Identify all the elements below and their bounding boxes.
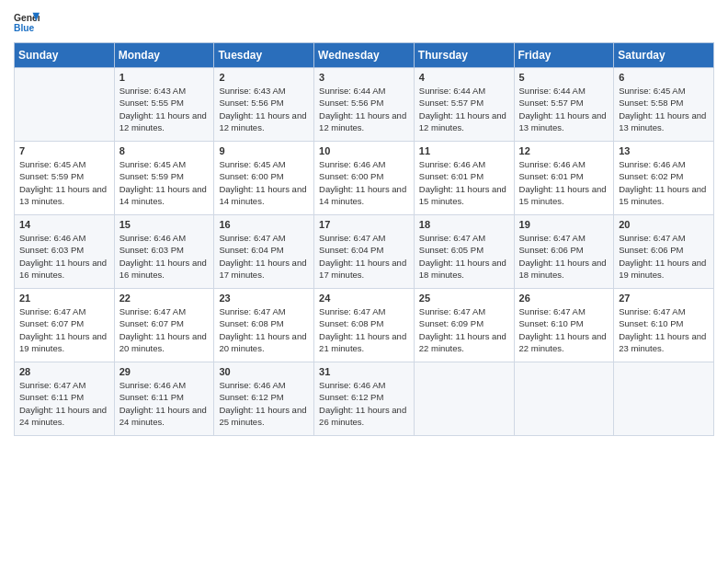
calendar-cell: 29Sunrise: 6:46 AM Sunset: 6:11 PM Dayli… [114,362,214,436]
calendar-cell: 14Sunrise: 6:46 AM Sunset: 6:03 PM Dayli… [15,215,115,289]
day-number: 12 [519,145,609,156]
day-info: Sunrise: 6:44 AM Sunset: 5:57 PM Dayligh… [519,85,609,133]
calendar-cell: 22Sunrise: 6:47 AM Sunset: 6:07 PM Dayli… [114,289,214,362]
calendar-cell: 13Sunrise: 6:46 AM Sunset: 6:02 PM Dayli… [614,142,714,215]
day-info: Sunrise: 6:43 AM Sunset: 5:55 PM Dayligh… [119,85,210,133]
day-header-thursday: Thursday [414,43,514,68]
calendar-cell: 4Sunrise: 6:44 AM Sunset: 5:57 PM Daylig… [414,68,514,142]
calendar-cell: 31Sunrise: 6:46 AM Sunset: 6:12 PM Dayli… [314,362,415,436]
calendar-cell [414,362,514,436]
day-number: 16 [219,219,309,230]
calendar-cell: 27Sunrise: 6:47 AM Sunset: 6:10 PM Dayli… [614,289,714,362]
calendar-cell [614,362,714,436]
day-number: 27 [619,293,709,304]
calendar-cell: 6Sunrise: 6:45 AM Sunset: 5:58 PM Daylig… [614,68,714,142]
day-number: 3 [319,72,409,83]
calendar-body: 1Sunrise: 6:43 AM Sunset: 5:55 PM Daylig… [15,68,714,436]
day-header-saturday: Saturday [614,43,714,68]
logo-icon: General Blue [14,9,40,35]
day-number: 10 [319,145,409,156]
day-number: 14 [19,219,109,230]
day-info: Sunrise: 6:47 AM Sunset: 6:07 PM Dayligh… [119,305,210,354]
calendar-week-row: 28Sunrise: 6:47 AM Sunset: 6:11 PM Dayli… [15,362,714,436]
day-number: 2 [219,72,309,83]
page-header: General Blue [14,9,714,35]
day-info: Sunrise: 6:47 AM Sunset: 6:10 PM Dayligh… [619,305,709,354]
calendar-cell: 26Sunrise: 6:47 AM Sunset: 6:10 PM Dayli… [514,289,614,362]
svg-text:Blue: Blue [14,23,35,33]
day-number: 20 [619,219,709,230]
day-number: 29 [119,366,210,377]
day-info: Sunrise: 6:47 AM Sunset: 6:08 PM Dayligh… [219,305,309,354]
calendar-cell: 7Sunrise: 6:45 AM Sunset: 5:59 PM Daylig… [15,142,115,215]
calendar-cell: 19Sunrise: 6:47 AM Sunset: 6:06 PM Dayli… [514,215,614,289]
day-header-tuesday: Tuesday [214,43,314,68]
day-number: 5 [519,72,609,83]
day-info: Sunrise: 6:47 AM Sunset: 6:04 PM Dayligh… [319,232,409,281]
calendar-cell: 24Sunrise: 6:47 AM Sunset: 6:08 PM Dayli… [314,289,415,362]
day-info: Sunrise: 6:47 AM Sunset: 6:08 PM Dayligh… [319,305,409,354]
day-number: 6 [619,72,709,83]
day-info: Sunrise: 6:47 AM Sunset: 6:04 PM Dayligh… [219,232,309,281]
day-header-friday: Friday [514,43,614,68]
day-header-monday: Monday [114,43,214,68]
day-number: 24 [319,293,409,304]
day-number: 21 [19,293,109,304]
day-info: Sunrise: 6:47 AM Sunset: 6:06 PM Dayligh… [519,232,609,281]
calendar-cell: 17Sunrise: 6:47 AM Sunset: 6:04 PM Dayli… [314,215,415,289]
calendar-cell: 15Sunrise: 6:46 AM Sunset: 6:03 PM Dayli… [114,215,214,289]
day-number: 23 [219,293,309,304]
day-number: 30 [219,366,309,377]
day-number: 18 [419,219,509,230]
day-number: 1 [119,72,210,83]
day-number: 11 [419,145,509,156]
calendar-cell: 23Sunrise: 6:47 AM Sunset: 6:08 PM Dayli… [214,289,314,362]
day-header-wednesday: Wednesday [314,43,415,68]
calendar-cell: 16Sunrise: 6:47 AM Sunset: 6:04 PM Dayli… [214,215,314,289]
day-number: 25 [419,293,509,304]
day-number: 26 [519,293,609,304]
calendar-cell: 28Sunrise: 6:47 AM Sunset: 6:11 PM Dayli… [15,362,115,436]
day-header-sunday: Sunday [15,43,115,68]
day-number: 22 [119,293,210,304]
day-info: Sunrise: 6:46 AM Sunset: 6:02 PM Dayligh… [619,158,709,207]
day-info: Sunrise: 6:45 AM Sunset: 6:00 PM Dayligh… [219,158,309,207]
day-info: Sunrise: 6:46 AM Sunset: 6:11 PM Dayligh… [119,379,210,428]
day-info: Sunrise: 6:44 AM Sunset: 5:56 PM Dayligh… [319,85,409,133]
calendar-cell: 20Sunrise: 6:47 AM Sunset: 6:06 PM Dayli… [614,215,714,289]
day-number: 31 [319,366,409,377]
day-info: Sunrise: 6:44 AM Sunset: 5:57 PM Dayligh… [419,85,509,133]
day-info: Sunrise: 6:47 AM Sunset: 6:06 PM Dayligh… [619,232,709,281]
day-info: Sunrise: 6:43 AM Sunset: 5:56 PM Dayligh… [219,85,309,133]
day-info: Sunrise: 6:47 AM Sunset: 6:09 PM Dayligh… [419,305,509,354]
calendar-cell: 30Sunrise: 6:46 AM Sunset: 6:12 PM Dayli… [214,362,314,436]
day-info: Sunrise: 6:46 AM Sunset: 6:12 PM Dayligh… [219,379,309,428]
day-info: Sunrise: 6:46 AM Sunset: 6:03 PM Dayligh… [119,232,210,281]
day-info: Sunrise: 6:46 AM Sunset: 6:00 PM Dayligh… [319,158,409,207]
day-number: 9 [219,145,309,156]
day-info: Sunrise: 6:47 AM Sunset: 6:10 PM Dayligh… [519,305,609,354]
day-number: 13 [619,145,709,156]
calendar-cell: 21Sunrise: 6:47 AM Sunset: 6:07 PM Dayli… [15,289,115,362]
calendar-week-row: 21Sunrise: 6:47 AM Sunset: 6:07 PM Dayli… [15,289,714,362]
calendar-cell: 18Sunrise: 6:47 AM Sunset: 6:05 PM Dayli… [414,215,514,289]
day-number: 4 [419,72,509,83]
calendar-header-row: SundayMondayTuesdayWednesdayThursdayFrid… [15,43,714,68]
day-info: Sunrise: 6:47 AM Sunset: 6:11 PM Dayligh… [19,379,109,428]
calendar-cell [15,68,115,142]
calendar-cell [514,362,614,436]
calendar-cell: 8Sunrise: 6:45 AM Sunset: 5:59 PM Daylig… [114,142,214,215]
day-number: 19 [519,219,609,230]
day-number: 7 [19,145,109,156]
logo: General Blue [14,9,40,35]
day-info: Sunrise: 6:46 AM Sunset: 6:01 PM Dayligh… [419,158,509,207]
day-number: 17 [319,219,409,230]
calendar-cell: 3Sunrise: 6:44 AM Sunset: 5:56 PM Daylig… [314,68,415,142]
calendar-week-row: 14Sunrise: 6:46 AM Sunset: 6:03 PM Dayli… [15,215,714,289]
calendar-cell: 25Sunrise: 6:47 AM Sunset: 6:09 PM Dayli… [414,289,514,362]
day-info: Sunrise: 6:45 AM Sunset: 5:59 PM Dayligh… [119,158,210,207]
day-info: Sunrise: 6:45 AM Sunset: 5:59 PM Dayligh… [19,158,109,207]
calendar-cell: 2Sunrise: 6:43 AM Sunset: 5:56 PM Daylig… [214,68,314,142]
calendar-week-row: 1Sunrise: 6:43 AM Sunset: 5:55 PM Daylig… [15,68,714,142]
day-info: Sunrise: 6:47 AM Sunset: 6:05 PM Dayligh… [419,232,509,281]
